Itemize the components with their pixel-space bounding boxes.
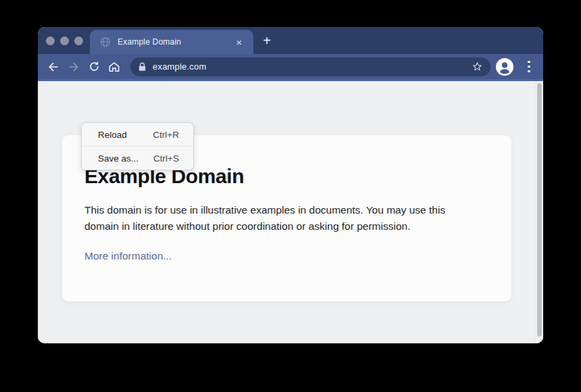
context-menu: Reload Ctrl+R Save as... Ctrl+S [81, 122, 194, 170]
browser-window: Example Domain × + [38, 27, 543, 343]
more-information-link[interactable]: More information... [84, 250, 172, 262]
lock-icon [138, 62, 147, 72]
tab-title: Example Domain [118, 37, 233, 47]
browser-menu-icon[interactable] [524, 59, 534, 75]
bookmark-star-icon[interactable] [469, 59, 485, 75]
menu-item-shortcut: Ctrl+R [153, 130, 179, 140]
home-button[interactable] [104, 57, 124, 77]
browser-tab[interactable]: Example Domain × [90, 30, 253, 54]
window-minimize-button[interactable] [60, 36, 69, 45]
window-close-button[interactable] [46, 36, 55, 45]
profile-avatar[interactable] [496, 58, 513, 76]
window-controls [46, 36, 83, 45]
url-text: example.com [153, 62, 469, 72]
reload-button[interactable] [84, 57, 104, 77]
address-bar[interactable]: example.com [130, 57, 490, 76]
browser-toolbar: example.com [38, 54, 543, 81]
globe-favicon-icon [100, 36, 111, 47]
new-tab-button[interactable]: + [259, 33, 275, 49]
window-zoom-button[interactable] [74, 36, 83, 45]
tab-strip: Example Domain × + [38, 27, 543, 54]
page-paragraph: This domain is for use in illustrative e… [84, 202, 479, 235]
menu-item-label: Reload [98, 130, 127, 140]
vertical-scrollbar[interactable] [534, 81, 543, 343]
scrollbar-thumb[interactable] [537, 83, 542, 337]
menu-item-label: Save as... [98, 153, 138, 164]
menu-item-shortcut: Ctrl+S [153, 153, 179, 164]
back-button[interactable] [43, 57, 64, 77]
page-viewport: Example Domain This domain is for use in… [38, 81, 543, 343]
context-menu-item-reload[interactable]: Reload Ctrl+R [82, 123, 193, 146]
forward-button[interactable] [64, 57, 84, 77]
context-menu-item-save-as[interactable]: Save as... Ctrl+S [82, 147, 193, 170]
tab-close-icon[interactable]: × [233, 36, 245, 48]
